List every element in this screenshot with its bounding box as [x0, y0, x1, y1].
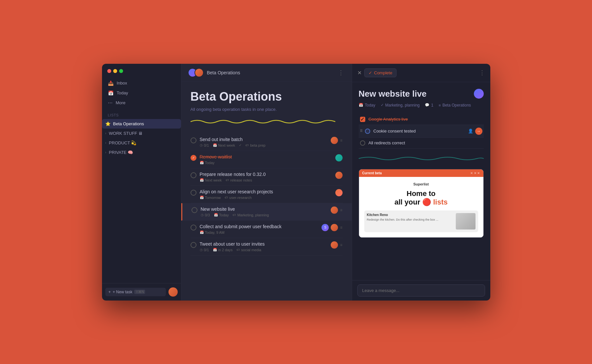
task-meta-date: 📅Today — [200, 161, 215, 165]
maximize-window-btn[interactable] — [119, 69, 123, 73]
complete-label: Complete — [374, 70, 393, 75]
sidebar-lists: ⭐ Beta Operations › WORK STUFF 🖥 › PRODU… — [102, 119, 181, 157]
sidebar-navigation: 📥 Inbox 📅 Today ⋯ More — [102, 76, 181, 108]
subtask-checkbox-1[interactable]: ✓ — [360, 117, 365, 122]
chevron-icon: › — [105, 151, 106, 154]
subtask-checkbox-3[interactable] — [360, 140, 365, 146]
task-meta-date: 📅Next week — [213, 143, 235, 147]
detail-body: New website live 📅 Today ✓ Marketing, pl… — [352, 82, 490, 280]
task-menu-icon-5[interactable]: ≡ — [340, 208, 342, 212]
detail-meta-date: 📅 Today — [359, 103, 375, 108]
task-checkbox-2[interactable]: ✓ — [191, 155, 196, 161]
detail-meta-comment-count: 1 — [431, 103, 433, 108]
beta-ops-icon: ⭐ — [105, 121, 111, 126]
sidebar-item-work-stuff[interactable]: › WORK STUFF 🖥 — [102, 129, 181, 138]
close-window-btn[interactable] — [107, 69, 111, 73]
task-info-1: Send out invite batch ◷0/1 📅Next week ✓ … — [200, 137, 328, 147]
task-menu-icon-7[interactable]: ≡ — [340, 243, 342, 247]
task-meta-date: 📅Tomorrow — [200, 196, 221, 200]
detail-meta-tags: ✓ Marketing, planning — [381, 103, 420, 108]
task-checkbox-1[interactable] — [191, 137, 196, 143]
headline-lists: lists — [433, 198, 448, 206]
new-task-button[interactable]: + + New task ⇧⌘N — [105, 288, 166, 296]
task-actions-7: ≡ — [331, 241, 342, 249]
subtask-open-button[interactable]: → — [475, 128, 482, 135]
task-meta-6: 📅Today, 9 AM — [200, 231, 319, 234]
detail-assignee-avatar — [474, 89, 484, 99]
more-icon: ⋯ — [108, 100, 113, 106]
task-name-1: Send out invite batch — [200, 137, 328, 142]
task-meta-7: ◷0/1 📅in 2 days 🏷social media — [200, 248, 328, 252]
subtask-list: ✓ Google Analytics live ⠿ Cookie consent… — [359, 114, 484, 149]
sidebar-item-today[interactable]: 📅 Today — [105, 88, 178, 98]
task-info-7: Tweet about user to user invites ◷0/1 📅i… — [200, 241, 328, 252]
task-avatar-6 — [331, 224, 338, 231]
sidebar-item-product[interactable]: › PRODUCT 💫 — [102, 138, 181, 148]
task-checkbox-7[interactable] — [191, 242, 196, 248]
task-menu-icon-6[interactable]: ≡ — [340, 225, 342, 230]
sidebar-item-beta-operations[interactable]: ⭐ Beta Operations — [102, 119, 181, 129]
task-info-2: Remove waitlist 📅Today — [200, 154, 332, 165]
detail-header: ✕ ✓ Complete ⋮ — [352, 64, 490, 82]
task-avatar-4 — [335, 189, 343, 196]
task-meta-date: 📅Today, 9 AM — [200, 231, 225, 234]
detail-meta-list: ≡ Beta Operations — [439, 103, 471, 108]
new-task-plus-icon: + — [109, 290, 111, 294]
complete-button[interactable]: ✓ Complete — [364, 68, 397, 77]
task-checkbox-4[interactable] — [191, 190, 196, 196]
preview-action: ✕ ✕ ✕ — [470, 171, 480, 175]
task-checkbox-3[interactable] — [191, 172, 196, 178]
task-actions-4 — [335, 189, 343, 196]
task-avatar-2 — [335, 154, 343, 161]
task-meta-tag: 🏷user-research — [225, 196, 252, 200]
detail-meta-tags-text: Marketing, planning — [385, 103, 420, 108]
sidebar-item-more-label: More — [116, 100, 126, 105]
task-checkbox-5[interactable] — [192, 207, 197, 213]
subtask-item: ⠿ Cookie consent tested 👤 → — [359, 125, 484, 138]
task-name-7: Tweet about user to user invites — [200, 241, 328, 247]
website-preview: Current beta ✕ ✕ ✕ Superlist Home to all… — [359, 169, 484, 238]
subtask-item: All redirects correct — [359, 138, 484, 149]
sidebar-item-private[interactable]: › PRIVATE 🧠 — [102, 148, 181, 157]
detail-panel: ✕ ✓ Complete ⋮ New website live 📅 Today … — [352, 64, 490, 301]
header-more-button[interactable]: ⋮ — [337, 68, 345, 78]
task-meta-date: 📅in 2 days — [213, 248, 233, 252]
task-item-selected[interactable]: New website live ◷0/3 📅Today 🏷Marketing,… — [181, 203, 352, 221]
subtask-assign-icon[interactable]: 👤 — [468, 129, 473, 133]
message-input[interactable] — [357, 284, 485, 297]
subtask-name-1: Google Analytics live — [369, 117, 482, 122]
preview-content: Superlist Home to all your 🔴 lists Kitch… — [359, 177, 483, 238]
task-menu-icon-1[interactable]: ≡ — [340, 138, 342, 143]
task-avatar-3 — [335, 172, 343, 179]
headline-accent: 🔴 — [422, 198, 433, 206]
task-meta-date: 📅Next week — [200, 178, 222, 182]
headline-part2: all your — [395, 198, 420, 206]
minimize-window-btn[interactable] — [113, 69, 117, 73]
detail-meta-row: 📅 Today ✓ Marketing, planning 💬 1 ≡ Beta… — [359, 103, 484, 108]
list-description: All ongoing beta operation tasks in one … — [191, 107, 343, 112]
task-avatar-5 — [331, 206, 338, 214]
task-meta-tag: 🏷social media — [237, 248, 261, 252]
subtask-actions: 👤 → — [468, 128, 482, 135]
task-actions-6: S ≡ — [322, 224, 342, 231]
subtask-checkbox-2[interactable] — [365, 129, 370, 134]
task-info-4: Align on next user research projects 📅To… — [200, 189, 332, 200]
detail-header-left: ✕ ✓ Complete — [357, 68, 397, 77]
list-title: Beta Operations — [191, 90, 343, 104]
headline-line1: Home to — [364, 189, 478, 198]
task-actions-2 — [335, 154, 343, 161]
sidebar-item-more[interactable]: ⋯ More — [105, 98, 178, 108]
detail-close-button[interactable]: ✕ — [357, 70, 362, 76]
task-checkbox-6[interactable] — [191, 225, 196, 231]
preview-label: Current beta — [362, 171, 382, 175]
list-icon: ≡ — [439, 103, 441, 107]
detail-more-button[interactable]: ⋮ — [479, 69, 485, 76]
sidebar-item-inbox[interactable]: 📥 Inbox — [105, 78, 178, 88]
chevron-icon: › — [105, 141, 106, 145]
task-avatar-7 — [331, 241, 338, 249]
inbox-icon: 📥 — [108, 81, 114, 86]
task-actions-3 — [335, 172, 343, 179]
subtask-drag-icon: ⠿ — [360, 129, 363, 133]
user-avatar[interactable] — [168, 287, 178, 297]
task-name-6: Collect and submit power user feedback — [200, 224, 319, 229]
